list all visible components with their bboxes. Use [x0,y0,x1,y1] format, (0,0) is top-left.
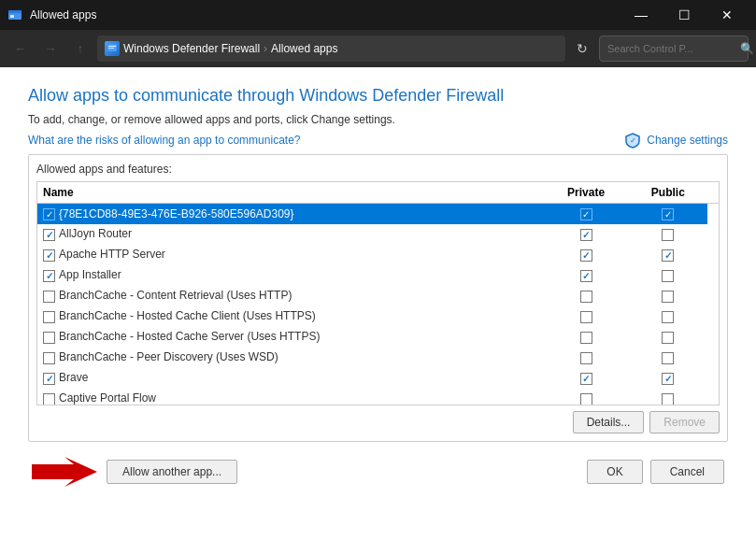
public-checkbox[interactable] [662,332,674,344]
app-name-cell: BranchCache - Peer Discovery (Uses WSD) [37,348,543,368]
public-checkbox[interactable]: ✓ [662,373,674,385]
col-private: Private [543,182,628,204]
close-button[interactable]: ✕ [706,0,749,30]
ok-button[interactable]: OK [587,460,642,484]
app-checkbox[interactable] [43,332,55,344]
public-checkbox[interactable] [662,291,674,303]
private-checkbox[interactable] [580,332,592,344]
app-name-cell: Captive Portal Flow [37,389,543,406]
search-icon[interactable]: 🔍 [740,42,754,55]
app-private-cell[interactable]: ✓ [543,265,628,286]
app-public-cell[interactable]: ✓ [629,204,707,224]
app-name-text: BranchCache - Content Retrieval (Uses HT… [59,289,292,302]
shield-icon: ✓ [624,132,641,149]
app-name-cell: ✓Apache HTTP Server [37,245,543,265]
app-checkbox[interactable]: ✓ [43,208,55,220]
app-public-cell[interactable] [629,327,707,348]
app-public-cell[interactable]: ✓ [629,245,707,265]
app-public-cell[interactable] [629,265,707,286]
public-checkbox[interactable]: ✓ [662,208,674,220]
app-public-cell[interactable] [629,389,707,406]
table-row[interactable]: BranchCache - Peer Discovery (Uses WSD) [37,348,719,368]
app-checkbox[interactable] [43,291,55,303]
breadcrumb-current: Allowed apps [271,42,337,55]
breadcrumb-path: Windows Defender Firewall [123,42,260,55]
private-checkbox[interactable] [580,352,592,364]
change-settings-link[interactable]: Change settings [647,134,728,147]
minimize-button[interactable]: — [620,0,663,30]
panel-label: Allowed apps and features: [36,163,720,176]
col-public: Public [629,182,707,204]
table-row[interactable]: ✓{78E1CD88-49E3-476E-B926-580E596AD309}✓… [37,204,719,224]
allow-another-row: Allow another app... [32,455,237,489]
app-public-cell[interactable] [629,286,707,306]
change-settings-row: ✓ Change settings [624,132,728,149]
app-public-cell[interactable] [629,306,707,327]
public-checkbox[interactable] [662,393,674,405]
table-row[interactable]: ✓Apache HTTP Server✓✓ [37,245,719,265]
maximize-button[interactable]: ☐ [663,0,706,30]
table-row[interactable]: ✓App Installer✓ [37,265,719,286]
app-checkbox[interactable]: ✓ [43,249,55,262]
table-row[interactable]: ✓AllJoyn Router✓ [37,224,719,245]
svg-rect-5 [108,48,114,49]
app-public-cell[interactable] [629,224,707,245]
table-row[interactable]: BranchCache - Content Retrieval (Uses HT… [37,286,719,306]
apps-panel: Allowed apps and features: Name Private … [28,154,728,442]
svg-rect-1 [8,10,21,13]
app-name-text: Captive Portal Flow [59,391,156,405]
public-checkbox[interactable]: ✓ [662,249,674,262]
private-checkbox[interactable] [580,311,592,323]
table-row[interactable]: ✓Brave✓✓ [37,368,719,389]
public-checkbox[interactable] [662,229,674,241]
app-private-cell[interactable] [543,286,628,306]
app-name-text: {78E1CD88-49E3-476E-B926-580E596AD309} [59,207,294,220]
app-private-cell[interactable]: ✓ [543,204,628,224]
svg-rect-4 [108,46,116,47]
page-title: Allow apps to communicate through Window… [28,86,728,106]
address-bar: ← → ↑ Windows Defender Firewall › Allowe… [0,30,756,67]
table-row[interactable]: BranchCache - Hosted Cache Client (Uses … [37,306,719,327]
up-button[interactable]: ↑ [67,36,93,62]
app-checkbox[interactable]: ✓ [43,270,55,282]
details-button[interactable]: Details... [573,411,645,433]
app-private-cell[interactable] [543,389,628,406]
public-checkbox[interactable] [662,311,674,323]
bottom-area: Allow another app... OK Cancel [28,455,728,489]
private-checkbox[interactable]: ✓ [580,249,592,262]
app-private-cell[interactable]: ✓ [543,245,628,265]
private-checkbox[interactable]: ✓ [580,373,592,385]
search-input[interactable] [607,43,736,54]
table-row[interactable]: Captive Portal Flow [37,389,719,406]
forward-button[interactable]: → [37,36,64,62]
private-checkbox[interactable]: ✓ [580,270,592,282]
private-checkbox[interactable] [580,291,592,303]
public-checkbox[interactable] [662,270,674,282]
private-checkbox[interactable] [580,393,592,405]
app-private-cell[interactable] [543,327,628,348]
back-button[interactable]: ← [7,36,34,62]
window-icon [7,7,22,22]
cancel-button[interactable]: Cancel [650,460,724,484]
app-checkbox[interactable] [43,393,55,405]
private-checkbox[interactable]: ✓ [580,229,592,241]
allow-another-button[interactable]: Allow another app... [107,460,237,484]
app-public-cell[interactable]: ✓ [629,368,707,389]
app-checkbox[interactable] [43,352,55,364]
private-checkbox[interactable]: ✓ [580,208,592,220]
app-public-cell[interactable] [629,348,707,368]
app-checkbox[interactable]: ✓ [43,373,55,385]
app-checkbox[interactable]: ✓ [43,229,55,241]
risks-link[interactable]: What are the risks of allowing an app to… [28,134,300,147]
remove-button[interactable]: Remove [649,411,720,433]
public-checkbox[interactable] [662,352,674,364]
refresh-button[interactable]: ↻ [569,36,595,62]
app-private-cell[interactable] [543,306,628,327]
table-row[interactable]: BranchCache - Hosted Cache Server (Uses … [37,327,719,348]
apps-scroll-container[interactable]: Name Private Public ✓{78E1CD88-49E3-476E… [36,181,720,405]
col-name: Name [37,182,543,204]
app-private-cell[interactable]: ✓ [543,368,628,389]
app-private-cell[interactable] [543,348,628,368]
app-checkbox[interactable] [43,311,55,323]
app-private-cell[interactable]: ✓ [543,224,628,245]
